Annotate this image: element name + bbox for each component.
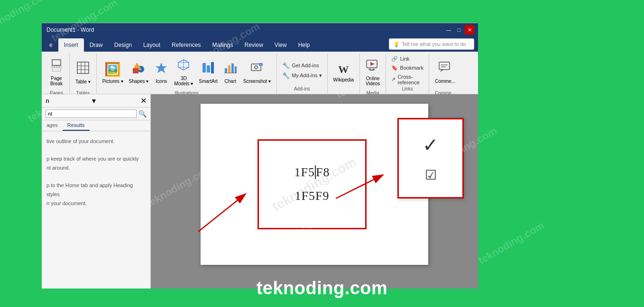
svg-rect-16 <box>202 63 206 72</box>
table-icon <box>76 61 90 78</box>
smartart-icon <box>202 62 214 77</box>
nav-line-1: tive outline of your document. <box>46 137 146 146</box>
icons-button[interactable]: Icons <box>151 54 171 90</box>
tab-layout[interactable]: Layout <box>138 38 166 52</box>
svg-rect-3 <box>77 62 89 73</box>
ribbon-group-pages: PageBreak Pages <box>44 54 70 94</box>
3d-models-icon <box>177 59 190 74</box>
links-label: Links <box>402 86 413 93</box>
doc-code-2: 1F5F9 <box>295 189 330 203</box>
ribbon-tab-bar: e Insert Draw Design Layout References M… <box>42 36 478 52</box>
bookmark-icon: 🔖 <box>391 65 398 71</box>
tab-design[interactable]: Design <box>109 38 138 52</box>
document-area: teknoding.com 1F5F8 1F5F9 ✓ ☑ <box>151 94 478 289</box>
nav-down-icon: ▾ <box>92 96 96 105</box>
screenshot-icon: + <box>251 62 263 77</box>
link-button[interactable]: 🔗 Link <box>389 55 426 63</box>
nav-line-2: p keep track of where you are or quickly <box>46 154 146 163</box>
svg-marker-11 <box>156 63 167 73</box>
table-button[interactable]: Table ▾ <box>73 54 93 90</box>
smartart-label: SmartArt <box>199 79 217 84</box>
smartart-button[interactable]: SmartArt <box>196 54 220 90</box>
icons-label: Icons <box>156 79 167 84</box>
wikipedia-button[interactable]: W Wikipedia <box>331 55 357 91</box>
pictures-icon: 🖼️ <box>104 62 121 77</box>
nav-search-input[interactable] <box>46 109 137 118</box>
tab-help[interactable]: Help <box>293 38 316 52</box>
comment-button[interactable]: Comme... <box>432 54 458 90</box>
shapes-icon <box>132 62 145 77</box>
main-area: n ▾ ✕ 🔍 ages Results tive outline of you… <box>42 94 478 289</box>
svg-point-25 <box>255 66 258 69</box>
bookmark-label: Bookmark <box>400 65 423 71</box>
svg-rect-10 <box>133 68 138 73</box>
nav-content: tive outline of your document. p keep tr… <box>42 131 150 214</box>
wikipedia-label: Wikipedia <box>333 77 354 82</box>
svg-rect-17 <box>207 65 210 72</box>
cross-reference-icon: ↗ <box>391 76 396 82</box>
svg-rect-0 <box>52 60 61 65</box>
ribbon-group-media: OnlineVideos Media <box>360 54 386 94</box>
svg-text:+: + <box>260 63 261 66</box>
get-add-ins-icon: 🔧 <box>282 62 290 69</box>
bottom-label: teknoding.com <box>257 278 388 298</box>
link-icon: 🔗 <box>391 56 398 62</box>
tab-draw[interactable]: Draw <box>84 38 109 52</box>
pictures-button[interactable]: 🖼️ Pictures ▾ <box>100 54 126 90</box>
my-add-ins-label: My Add-ins ▾ <box>292 72 322 79</box>
doc-code-1: 1F5F8 <box>294 165 330 180</box>
cross-reference-button[interactable]: ↗ Cross-reference <box>389 73 426 86</box>
nav-search-button[interactable]: 🔍 <box>138 110 147 117</box>
online-videos-button[interactable]: OnlineVideos <box>363 54 383 90</box>
close-button[interactable]: ✕ <box>465 25 474 35</box>
nav-tab-results[interactable]: Results <box>63 120 90 131</box>
bookmark-button[interactable]: 🔖 Bookmark <box>389 64 426 72</box>
maximize-button[interactable]: □ <box>454 25 464 35</box>
nav-tabs: ages Results <box>42 120 150 131</box>
wikipedia-icon: W <box>338 63 349 76</box>
get-add-ins-label: Get Add-ins <box>292 63 319 68</box>
3d-models-button[interactable]: 3DModels ▾ <box>171 54 196 90</box>
minimize-button[interactable]: — <box>444 25 453 35</box>
shapes-button[interactable]: Shapes ▾ <box>126 54 152 90</box>
nav-tab-pages[interactable]: ages <box>42 120 63 131</box>
nav-close-button[interactable]: ✕ <box>140 96 147 105</box>
ribbon-group-wikipedia: W Wikipedia <box>328 54 360 94</box>
my-add-ins-button[interactable]: 🔧 My Add-ins ▾ <box>280 71 324 80</box>
svg-marker-29 <box>370 62 375 66</box>
tab-review[interactable]: Review <box>239 38 269 52</box>
word-window: Document1 - Word — □ ✕ e Insert Draw Des… <box>42 23 478 288</box>
window-title: Document1 - Word <box>46 27 94 33</box>
screenshot-button[interactable]: + Screenshot ▾ <box>240 54 274 90</box>
tab-mailings[interactable]: Mailings <box>206 38 239 52</box>
cross-reference-label: Cross-reference <box>397 74 419 85</box>
svg-rect-35 <box>439 62 450 70</box>
doc-highlight-box: 1F5F8 1F5F9 <box>258 139 367 229</box>
svg-rect-2 <box>52 68 61 71</box>
brand-regular: teknoding <box>257 278 345 298</box>
svg-rect-21 <box>231 63 234 73</box>
svg-rect-20 <box>228 65 230 73</box>
comment-icon <box>439 62 452 77</box>
3d-models-label: 3DModels ▾ <box>174 76 193 86</box>
nav-line-5: n your document. <box>46 199 146 208</box>
tab-references[interactable]: References <box>166 38 206 52</box>
page-break-button[interactable]: PageBreak <box>46 54 66 90</box>
popup-checkmark: ✓ <box>423 134 439 156</box>
document-page: teknoding.com 1F5F8 1F5F9 <box>201 104 428 265</box>
chart-button[interactable]: Chart <box>221 54 240 90</box>
tell-me-text: Tell me what you want to do <box>402 41 466 47</box>
tab-file[interactable]: e <box>44 38 58 52</box>
svg-rect-22 <box>235 66 237 73</box>
tell-me-bar[interactable]: 💡 Tell me what you want to do <box>389 38 474 50</box>
tab-insert[interactable]: Insert <box>58 38 84 52</box>
online-videos-icon <box>366 59 379 74</box>
chart-label: Chart <box>225 79 236 84</box>
get-add-ins-button[interactable]: 🔧 Get Add-ins <box>280 61 324 70</box>
page-break-icon <box>50 59 63 74</box>
comment-label: Comme... <box>435 79 455 84</box>
ribbon-group-addins: 🔧 Get Add-ins 🔧 My Add-ins ▾ Add-ins <box>277 54 327 94</box>
navigation-pane: n ▾ ✕ 🔍 ages Results tive outline of you… <box>42 94 151 289</box>
tab-view[interactable]: View <box>269 38 293 52</box>
addins-label: Add-ins <box>294 86 310 93</box>
